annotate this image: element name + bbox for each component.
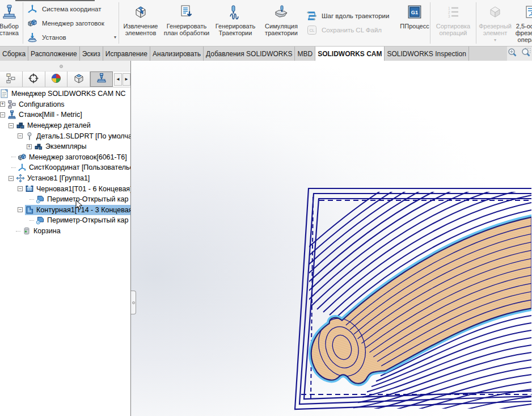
op25-axis-label: 2,5-осевая фрезерная операция bbox=[514, 23, 532, 43]
ribbon-item-label: Установ bbox=[42, 34, 66, 41]
tree-item-perimeter-feature[interactable]: Периметр-Открытый кар bbox=[0, 194, 130, 205]
tree-item-setup[interactable]: −Установ1 [Группа1] bbox=[0, 173, 130, 184]
panel-tab-cam-feature-tree[interactable] bbox=[67, 72, 90, 87]
tree-item-label: Менеджер заготовок[6061-T6] bbox=[29, 153, 127, 161]
tree-item-parts-manager[interactable]: −Менеджер деталей bbox=[0, 120, 130, 131]
ribbon-button-label: Симуляция траектории bbox=[260, 23, 303, 36]
machine-select-label: Выбор станка bbox=[0, 23, 23, 36]
machine-select-button[interactable]: Выбор станка bbox=[0, 0, 23, 46]
collapse-toggle[interactable]: − bbox=[9, 176, 14, 181]
simulate-toolpath-icon bbox=[273, 3, 289, 21]
post-process-label: ППроцесс bbox=[400, 23, 429, 30]
scroll-left-icon[interactable]: ◄ bbox=[114, 73, 122, 86]
extract-features-icon bbox=[133, 3, 149, 21]
ribbon-button-label: Генерировать Траектории bbox=[211, 23, 260, 36]
tree-item-label: СистКоординат [Пользовательск bbox=[29, 163, 130, 171]
tree-item-label: Экземпляры bbox=[45, 142, 87, 150]
extract-features-button[interactable]: Извлечение элементов bbox=[119, 0, 162, 46]
tab-сборка[interactable]: Сборка bbox=[0, 47, 28, 61]
svg-text:CL: CL bbox=[310, 28, 315, 32]
cam-feature-tree-icon bbox=[73, 73, 85, 86]
zoom-area-icon[interactable] bbox=[521, 48, 531, 60]
tree-item-rough-op[interactable]: −Черновая1[T01 - 6 Концевая] bbox=[0, 183, 130, 194]
tab-solidworks-inspection[interactable]: SOLIDWORKS Inspection bbox=[385, 47, 468, 61]
tree-item-label: Установ1 [Группа1] bbox=[27, 174, 90, 182]
tree-item-stock-manager[interactable]: Менеджер заготовок[6061-T6] bbox=[0, 152, 130, 163]
tab-анализировать[interactable]: Анализировать bbox=[150, 47, 204, 61]
scroll-right-icon[interactable]: ► bbox=[123, 73, 130, 86]
instances-icon bbox=[34, 142, 43, 151]
tree-connector bbox=[11, 157, 16, 157]
expand-toggle[interactable]: + bbox=[27, 144, 32, 149]
panel-tab-feature-manager-tree[interactable] bbox=[0, 72, 23, 87]
tree-item-recycle-bin[interactable]: Корзина bbox=[0, 226, 130, 237]
sort-operations-label: Сортировка операций bbox=[430, 23, 476, 36]
panel-tab-display-manager[interactable] bbox=[45, 72, 68, 87]
panel-tab-cam-operation-tree[interactable] bbox=[90, 72, 113, 87]
collapse-toggle[interactable]: − bbox=[9, 123, 14, 128]
tree-item-label: Деталь1.SLDPRT [По умолчан bbox=[36, 132, 130, 140]
panel-collapse-handle[interactable] bbox=[131, 291, 136, 314]
perimeter-feature-icon bbox=[36, 195, 45, 204]
collapse-toggle[interactable]: − bbox=[0, 112, 5, 117]
tree-item-label: Станок[Mill - Metric] bbox=[19, 111, 82, 119]
mill-feature-button: Фрезерный элемент ▾ bbox=[476, 0, 514, 46]
tree-item-instances[interactable]: +Экземпляры bbox=[0, 141, 130, 152]
zoom-fit-icon[interactable] bbox=[507, 48, 517, 60]
cam-operation-tree: Менеджер SOLIDWORKS CAM NC+Configuration… bbox=[0, 87, 130, 416]
ribbon-item-label: Сохранить CL Файл bbox=[322, 27, 382, 33]
post-process-icon: G1 bbox=[407, 3, 422, 21]
tree-item-coord-system[interactable]: СистКоординат [Пользовательск bbox=[0, 162, 130, 173]
tree-item-label: Периметр-Открытый кар bbox=[47, 195, 129, 203]
tab-расположение[interactable]: Расположение bbox=[28, 47, 80, 61]
tree-item-label: Корзина bbox=[33, 227, 61, 235]
tab-добавления-solidworks[interactable]: Добавления SOLIDWORKS bbox=[204, 47, 295, 61]
expand-toggle[interactable]: + bbox=[0, 102, 5, 107]
perimeter-feature-icon bbox=[36, 216, 45, 225]
panel-tab-property-manager[interactable] bbox=[23, 72, 45, 87]
feature-manager-panel: ◄► Менеджер SOLIDWORKS CAM NC+Configurat… bbox=[0, 61, 131, 416]
ribbon-item-label: Система координат bbox=[42, 6, 102, 12]
parts-manager-icon bbox=[16, 121, 25, 130]
mill-feature-label: Фрезерный элемент bbox=[476, 23, 514, 36]
tree-item-pin[interactable]: −Деталь1.SLDPRT [По умолчан bbox=[0, 131, 130, 141]
simulate-toolpath-button[interactable]: Симуляция траектории bbox=[260, 0, 303, 46]
tree-item-contour-op[interactable]: −Контурная1[T14 - 3 Концевая bbox=[0, 205, 130, 216]
tree-connector bbox=[29, 220, 34, 221]
machine-select-icon bbox=[1, 3, 17, 21]
ribbon-item-stock-manager[interactable]: Менеджер заготовок bbox=[27, 17, 115, 30]
tree-item-machine[interactable]: −Станок[Mill - Metric] bbox=[0, 110, 130, 120]
stock-manager-icon bbox=[27, 18, 38, 29]
ribbon-item-setup[interactable]: Установ▾ bbox=[27, 31, 115, 44]
contour-op-icon bbox=[25, 205, 34, 215]
tab-эскиз[interactable]: Эскиз bbox=[80, 47, 103, 61]
tree-item-label: Менеджер SOLIDWORKS CAM NC bbox=[11, 90, 126, 98]
tree-connector bbox=[29, 199, 34, 200]
generate-plan-button[interactable]: Генерировать план обработки bbox=[162, 0, 211, 46]
graphics-viewport[interactable] bbox=[131, 61, 532, 416]
tree-item-nc-manager[interactable]: Менеджер SOLIDWORKS CAM NC bbox=[0, 89, 130, 99]
tree-item-label: Черновая1[T01 - 6 Концевая] bbox=[36, 185, 130, 193]
ribbon-item-coord-system[interactable]: Система координат bbox=[27, 3, 115, 15]
tab-tools bbox=[507, 47, 532, 61]
op25-axis-button[interactable]: 2,5-осевая фрезерная операция bbox=[514, 0, 532, 46]
generate-plan-icon bbox=[179, 3, 195, 21]
chevron-down-icon[interactable]: ▾ bbox=[114, 35, 116, 40]
panel-splitter[interactable] bbox=[0, 61, 130, 72]
tab-solidworks-cam[interactable]: SOLIDWORKS CAM bbox=[315, 47, 385, 61]
tree-item-configurations[interactable]: +Configurations bbox=[0, 99, 130, 110]
cam-main-buttons: Извлечение элементовГенерировать план об… bbox=[119, 0, 303, 46]
collapse-toggle[interactable]: − bbox=[18, 207, 23, 212]
solidworks-cam-window: Выбор станка Система координатМенеджер з… bbox=[0, 0, 532, 416]
post-process-button[interactable]: G1 ППроцесс bbox=[399, 0, 430, 46]
collapse-toggle[interactable]: − bbox=[18, 133, 23, 138]
recycle-bin-icon bbox=[22, 226, 31, 236]
collapse-toggle[interactable]: − bbox=[18, 186, 23, 191]
tab-исправление[interactable]: Исправление bbox=[103, 47, 150, 61]
ribbon-item-step-through[interactable]: Шаг вдоль траектории bbox=[306, 10, 396, 22]
generate-toolpath-button[interactable]: Генерировать Траектории bbox=[211, 0, 260, 46]
mill-feature-icon bbox=[488, 3, 503, 21]
tree-item-perimeter-feature[interactable]: Периметр-Открытый кар bbox=[0, 215, 130, 226]
tree-item-label: Менеджер деталей bbox=[27, 121, 91, 129]
tab-mbd[interactable]: MBD bbox=[295, 47, 315, 61]
